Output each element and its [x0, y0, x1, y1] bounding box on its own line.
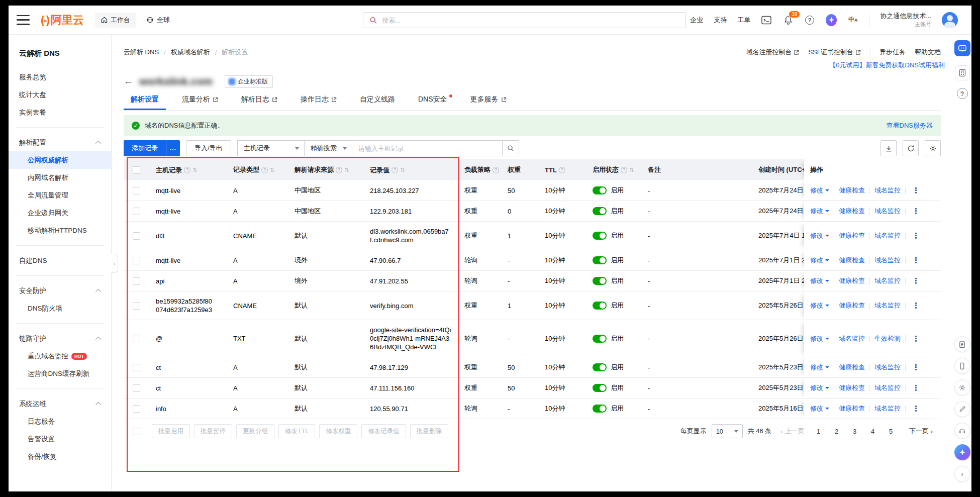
more-actions-icon[interactable]: ⋮	[910, 186, 922, 195]
op-link[interactable]: 域名监控	[874, 186, 901, 195]
add-record-more-icon[interactable]: ...	[166, 140, 180, 156]
status-toggle[interactable]	[593, 186, 607, 194]
sidebar-item-domain-monitor[interactable]: 重点域名监控HOT	[9, 347, 111, 365]
help-icon[interactable]: ?	[184, 167, 190, 173]
sort-icon[interactable]: ⇅	[270, 167, 274, 173]
row-checkbox[interactable]	[133, 335, 140, 342]
select-all-checkbox[interactable]	[133, 166, 140, 174]
ai-assistant-icon[interactable]	[954, 444, 970, 460]
more-actions-icon[interactable]: ⋮	[910, 404, 922, 413]
row-checkbox[interactable]	[133, 232, 140, 240]
footer-select-all-checkbox[interactable]	[133, 428, 140, 435]
avatar[interactable]	[942, 12, 958, 28]
help-icon[interactable]: ?	[804, 15, 815, 26]
row-checkbox[interactable]	[133, 302, 140, 310]
batch-button[interactable]: 修改权重	[319, 424, 357, 438]
row-checkbox[interactable]	[133, 208, 140, 215]
row-checkbox[interactable]	[133, 364, 140, 371]
row-checkbox[interactable]	[133, 187, 140, 194]
modify-link[interactable]: 修改	[810, 404, 829, 413]
sidebar-item-public-dns[interactable]: 公网权威解析	[9, 151, 111, 169]
tab-custom-lines[interactable]: 自定义线路	[353, 94, 402, 110]
more-actions-icon[interactable]: ⋮	[910, 301, 922, 310]
calculator-icon[interactable]	[955, 65, 970, 80]
sidebar-item-self-dns[interactable]: 自建DNS	[9, 252, 111, 269]
more-actions-icon[interactable]: ⋮	[910, 231, 922, 240]
tab-dns-security[interactable]: DNS安全	[411, 94, 454, 110]
op-link[interactable]: 域名监控	[874, 231, 901, 240]
async-tasks-link[interactable]: 异步任务	[879, 48, 906, 57]
help-icon[interactable]: ?	[391, 167, 398, 173]
op-link[interactable]: 域名监控	[874, 383, 901, 392]
sidebar-item-dns-firewall[interactable]: DNS防火墙	[9, 300, 111, 317]
region-selector[interactable]: 全球	[146, 16, 170, 25]
sidebar-group-system-ops[interactable]: 系统运维	[9, 395, 111, 413]
batch-button[interactable]: 更换分组	[236, 424, 274, 438]
tab-traffic-analysis[interactable]: 流量分析	[175, 94, 225, 110]
promo-link[interactable]: 【0元试用】新客免费获取DNS试用福利	[829, 61, 945, 70]
domain-console-link[interactable]: 域名注册控制台	[746, 48, 799, 57]
op-link[interactable]: 域名监控	[874, 276, 901, 285]
settings-gear-icon[interactable]	[954, 379, 970, 395]
modify-link[interactable]: 修改	[810, 334, 829, 343]
more-actions-icon[interactable]: ⋮	[910, 383, 922, 392]
status-toggle[interactable]	[593, 256, 607, 264]
aliyun-logo[interactable]: (-) 阿里云	[41, 13, 84, 28]
batch-button[interactable]: 批量暂停	[194, 424, 232, 438]
sidebar-item-backup-restore[interactable]: 备份/恢复	[9, 448, 111, 465]
sidebar-group-link-guard[interactable]: 链路守护	[9, 330, 111, 347]
help-icon[interactable]: ?	[559, 167, 565, 173]
batch-button[interactable]: 批量删除	[410, 424, 448, 438]
tab-operation-logs[interactable]: 操作日志	[293, 94, 344, 110]
ai-chat-icon[interactable]	[954, 40, 970, 56]
page-size-select[interactable]: 10	[712, 424, 743, 438]
breadcrumb-item[interactable]: 权威域名解析	[171, 48, 210, 57]
settings-button[interactable]	[925, 140, 941, 156]
workbench-button[interactable]: 工作台	[95, 13, 136, 28]
nav-support[interactable]: 支持	[714, 16, 727, 25]
status-toggle[interactable]	[593, 363, 607, 371]
global-search-input[interactable]	[382, 17, 679, 24]
op-link[interactable]: 健康检查	[839, 207, 865, 216]
sort-icon[interactable]: ⇅	[192, 166, 197, 174]
language-toggle-icon[interactable]: 中A	[847, 15, 858, 26]
sidebar-item-log-service[interactable]: 日志服务	[9, 413, 111, 430]
status-toggle[interactable]	[593, 232, 607, 240]
more-actions-icon[interactable]: ⋮	[910, 276, 922, 285]
prev-page-button[interactable]: ‹ 上一页	[780, 427, 804, 436]
help-icon[interactable]: ?	[336, 167, 342, 173]
op-link[interactable]: 域名监控	[874, 404, 901, 413]
tab-resolution-logs[interactable]: 解析日志	[234, 94, 284, 110]
op-link[interactable]: 健康检查	[839, 404, 865, 413]
op-link[interactable]: 健康检查	[839, 256, 865, 265]
page-number-button[interactable]: 4	[866, 424, 880, 438]
sort-icon[interactable]: ⇅	[629, 167, 634, 173]
modify-link[interactable]: 修改	[810, 363, 829, 372]
modify-link[interactable]: 修改	[810, 276, 829, 285]
op-link[interactable]: 健康检查	[839, 276, 865, 285]
row-checkbox[interactable]	[133, 384, 140, 392]
search-button[interactable]	[502, 140, 519, 156]
host-record-search-input[interactable]	[358, 145, 496, 152]
row-checkbox[interactable]	[133, 257, 140, 264]
status-toggle[interactable]	[593, 384, 607, 392]
next-page-button[interactable]: 下一页 ›	[909, 427, 933, 436]
op-link[interactable]: 健康检查	[839, 363, 865, 372]
op-link[interactable]: 健康检查	[839, 231, 865, 240]
more-actions-icon[interactable]: ⋮	[910, 334, 922, 343]
op-link[interactable]: 生效检测	[874, 334, 901, 343]
modify-link[interactable]: 修改	[810, 383, 829, 392]
row-checkbox[interactable]	[133, 277, 140, 285]
page-number-button[interactable]: 1	[812, 424, 826, 438]
service-headset-icon[interactable]	[954, 423, 970, 439]
nav-enterprise[interactable]: 企业	[690, 16, 703, 25]
page-number-button[interactable]: 5	[884, 424, 898, 438]
host-record-select[interactable]: 主机记录	[237, 140, 305, 156]
batch-button[interactable]: 修改TTL	[278, 424, 315, 438]
help-icon[interactable]: ?	[261, 167, 268, 173]
op-link[interactable]: 健康检查	[839, 301, 865, 310]
import-export-button[interactable]: 导入/导出	[186, 140, 231, 156]
sidebar-item-overview[interactable]: 服务总览	[9, 68, 111, 86]
help-icon[interactable]: ?	[621, 167, 627, 173]
mobile-icon[interactable]	[954, 358, 970, 374]
